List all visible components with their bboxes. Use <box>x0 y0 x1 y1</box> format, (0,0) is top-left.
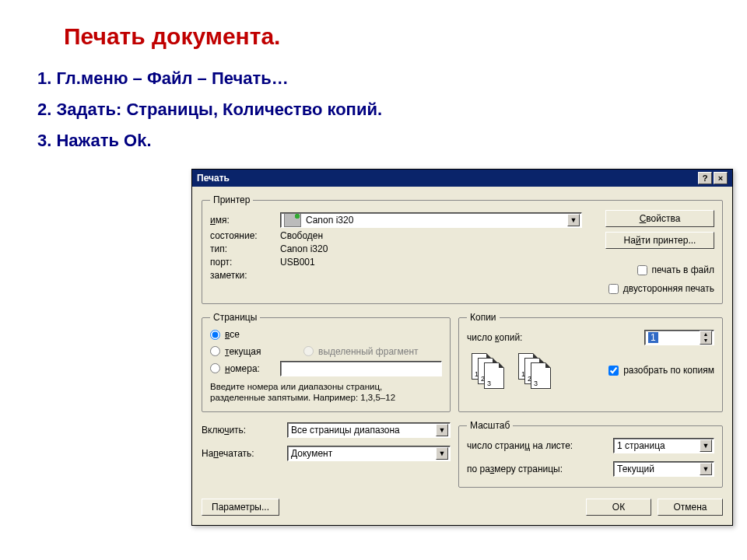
zoom-legend: Масштаб <box>467 420 513 431</box>
collate-icon: 1 2 3 <box>518 353 556 387</box>
printer-type-value: Canon i320 <box>280 243 328 254</box>
pages-per-sheet-combo[interactable]: 1 страница ▼ <box>613 438 714 453</box>
collate-icon: 1 2 3 <box>472 353 509 387</box>
options-button[interactable]: Параметры... <box>202 499 279 516</box>
print-to-file-checkbox[interactable]: печать в файл <box>637 264 714 275</box>
printer-port-value: USB001 <box>280 257 315 268</box>
printer-port-label: порт: <box>210 257 280 268</box>
cancel-button[interactable]: Отмена <box>658 499 723 516</box>
titlebar: Печать ? × <box>192 170 732 187</box>
close-button[interactable]: × <box>714 172 728 184</box>
printer-name-value: Canon i320 <box>306 215 353 226</box>
pages-per-sheet-label: число страниц на листе: <box>467 440 613 451</box>
print-what-label: Напечатать: <box>202 448 287 459</box>
include-combo[interactable]: Все страницы диапазона ▼ <box>287 422 451 438</box>
properties-button[interactable]: Свойства <box>605 210 714 227</box>
printer-status-value: Свободен <box>280 230 323 241</box>
find-printer-button[interactable]: Найти принтер... <box>605 232 714 249</box>
pages-legend: Страницы <box>210 312 260 323</box>
copies-count-value: 1 <box>648 332 658 343</box>
step-3: 3. Нажать Ok. <box>37 131 710 151</box>
print-dialog: Печать ? × Принтер имя: Canon i320 ▼ <box>191 169 733 526</box>
printer-legend: Принтер <box>210 194 253 205</box>
pages-group: Страницы все текущая выделенный фрагмент… <box>202 312 451 412</box>
zoom-group: Масштаб число страниц на листе: 1 страни… <box>458 420 723 488</box>
pages-numbers-input[interactable] <box>280 361 442 376</box>
pages-all-radio[interactable]: все <box>210 329 240 340</box>
pages-numbers-radio[interactable]: номера: <box>210 363 280 374</box>
printer-name-combo[interactable]: Canon i320 ▼ <box>280 212 582 228</box>
printer-name-label: имя: <box>210 215 280 226</box>
scale-to-paper-combo[interactable]: Текущий ▼ <box>613 461 714 477</box>
copies-group: Копии число копий: 1 ▲▼ 1 2 3 <box>458 312 723 412</box>
scale-to-paper-label: по размеру страницы: <box>467 464 613 474</box>
printer-group: Принтер имя: Canon i320 ▼ состояние: Сво… <box>202 194 723 304</box>
chevron-down-icon: ▼ <box>700 463 712 475</box>
copies-legend: Копии <box>467 312 500 323</box>
chevron-down-icon: ▼ <box>436 447 448 460</box>
copies-count-spinner[interactable]: 1 ▲▼ <box>644 330 714 345</box>
scale-to-paper-value: Текущий <box>617 464 654 474</box>
spinner-buttons[interactable]: ▲▼ <box>700 331 712 345</box>
print-what-value: Документ <box>291 448 332 459</box>
printer-status-label: состояние: <box>210 230 280 241</box>
printer-icon <box>284 213 301 227</box>
step-2: 2. Задать: Страницы, Количество копий. <box>37 100 710 120</box>
page-title: Печать документа. <box>64 23 710 50</box>
copies-count-label: число копий: <box>467 332 644 343</box>
collate-checkbox[interactable]: разобрать по копиям <box>608 365 714 376</box>
ok-button[interactable]: ОК <box>586 499 651 516</box>
chevron-down-icon: ▼ <box>436 424 448 436</box>
chevron-down-icon: ▼ <box>700 439 712 452</box>
print-what-combo[interactable]: Документ ▼ <box>287 446 451 461</box>
help-button[interactable]: ? <box>698 172 712 184</box>
pages-selection-radio: выделенный фрагмент <box>303 346 419 357</box>
step-1: 1. Гл.меню – Файл – Печать… <box>37 68 710 89</box>
dialog-title: Печать <box>197 173 696 184</box>
printer-notes-label: заметки: <box>210 270 280 281</box>
pages-hint: Введите номера или диапазоны страниц, ра… <box>210 381 442 404</box>
pages-current-radio[interactable]: текущая <box>210 346 303 357</box>
include-label: Включить: <box>202 425 287 436</box>
chevron-down-icon: ▼ <box>567 214 580 226</box>
duplex-checkbox[interactable]: двусторонняя печать <box>608 283 714 294</box>
printer-type-label: тип: <box>210 243 280 254</box>
pages-per-sheet-value: 1 страница <box>617 440 665 451</box>
include-value: Все страницы диапазона <box>291 425 400 436</box>
